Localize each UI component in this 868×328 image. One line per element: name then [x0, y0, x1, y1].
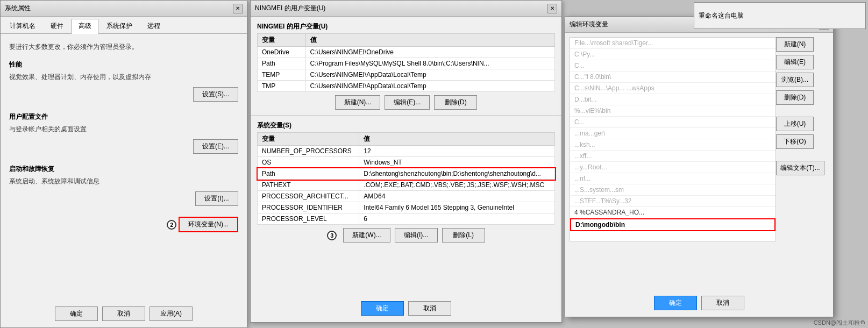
sys-props-title: 系统属性 [5, 4, 31, 13]
startup-recovery-title: 启动和故障恢复 [9, 165, 238, 174]
user-var-col-header: 变量 [258, 34, 306, 47]
sys-var-row[interactable]: PROCESSOR_IDENTIFIERIntel64 Family 6 Mod… [258, 202, 555, 213]
user-var-value: C:\Users\NINGMEI\AppData\Local\Temp [305, 69, 554, 81]
sys-var-row[interactable]: OSWindows_NT [258, 157, 555, 168]
edit-side-buttons: 新建(N) 编辑(E) 浏览(B)... 删除(D) 上移(U) 下移(O) 编… [776, 37, 824, 241]
edit-list-item[interactable]: ...STFF...T%\Sy...32 [570, 196, 775, 207]
startup-recovery-section: 启动和故障恢复 系统启动、系统故障和调试信息 设置(I)... [9, 165, 238, 206]
edit-list-item[interactable]: ...ksh... [570, 139, 775, 151]
sys-var-row[interactable]: PATHEXT.COM;.EXE;.BAT;.CMD;.VBS;.VBE;.JS… [258, 180, 555, 191]
env-close-button[interactable]: ✕ [547, 4, 557, 13]
env-bottom-buttons: 确定 取消 [251, 301, 561, 316]
edit-list-item[interactable]: ...S...system...sm [570, 184, 775, 196]
user-profile-settings-button[interactable]: 设置(E)... [193, 139, 238, 154]
sys-props-bottom-buttons: 确定 取消 应用(A) [1, 306, 247, 321]
sys-new-button[interactable]: 新建(W)... [343, 228, 390, 243]
sys-val-col-header: 值 [359, 133, 555, 146]
user-var-row[interactable]: OneDriveC:\Users\NINGMEI\OneDrive [258, 47, 555, 58]
performance-settings-button[interactable]: 设置(S)... [193, 87, 238, 102]
edit-edit-button[interactable]: 编辑(E) [776, 55, 814, 69]
user-val-col-header: 值 [305, 34, 554, 47]
tab-advanced[interactable]: 高级 [72, 19, 98, 34]
edit-list-item[interactable]: C...s\NIN...\App... ...wsApps [570, 83, 775, 94]
tab-computer-name[interactable]: 计算机名 [3, 19, 42, 33]
sys-var-name: Path [258, 168, 359, 180]
edit-env-window: 编辑环境变量 ✕ File...\rrosoft shared\Tiger...… [565, 16, 834, 317]
edit-list-item[interactable]: C... [570, 117, 775, 128]
edit-text-button[interactable]: 编辑文本(T)... [776, 161, 824, 175]
sys-props-content: 要进行大多数更改，你必须作为管理员登录。 性能 视觉效果、处理器计划、内存使用，… [1, 34, 247, 241]
sys-edit-button[interactable]: 编辑(I)... [395, 228, 438, 243]
env-edit-list[interactable]: File...\rrosoft shared\Tiger...C:\Py...C… [570, 37, 776, 241]
edit-move-down-button[interactable]: 下移(O) [776, 134, 814, 149]
tab-hardware[interactable]: 硬件 [44, 19, 70, 33]
sys-vars-table: 变量 值 NUMBER_OF_PROCESSORS12OSWindows_NTP… [257, 132, 555, 225]
cancel-button[interactable]: 取消 [102, 306, 145, 321]
edit-list-item[interactable]: D...bit... [570, 94, 775, 105]
sys-var-value: Intel64 Family 6 Model 165 Stepping 3, G… [359, 202, 555, 213]
edit-env-cancel-button[interactable]: 取消 [701, 296, 744, 310]
env-vars-title: NINGMEI 的用户变量(U) [255, 4, 325, 13]
sys-var-row[interactable]: NUMBER_OF_PROCESSORS12 [258, 146, 555, 157]
edit-env-title: 编辑环境变量 [570, 20, 608, 29]
sys-props-titlebar: 系统属性 ✕ [1, 1, 247, 17]
sys-var-row[interactable]: PathD:\shentong\shenzhoutong\bin;D:\shen… [258, 168, 555, 180]
edit-list-item[interactable]: C... [570, 60, 775, 72]
edit-list-item[interactable]: C:\Py... [570, 49, 775, 60]
user-profile-title: 用户配置文件 [9, 112, 238, 122]
sys-var-value: D:\shentong\shenzhoutong\bin;D:\shentong… [359, 168, 555, 180]
edit-list-item[interactable]: C..."l 8.0\bin\ [570, 72, 775, 83]
performance-section: 性能 视觉效果、处理器计划、内存使用，以及虚拟内存 设置(S)... [9, 60, 238, 102]
user-var-name: OneDrive [258, 47, 306, 58]
confirm-button[interactable]: 确定 [55, 306, 98, 321]
user-var-row[interactable]: PathC:\Program Files\MySQL\MySQL Shell 8… [258, 58, 555, 69]
user-var-name: TEMP [258, 69, 306, 81]
user-var-row[interactable]: TEMPC:\Users\NINGMEI\AppData\Local\Temp [258, 69, 555, 81]
user-vars-buttons: 新建(N)... 编辑(E)... 删除(D) [257, 95, 555, 110]
user-profile-desc: 与登录帐户相关的桌面设置 [9, 125, 238, 134]
sys-var-value: Windows_NT [359, 157, 555, 168]
env-vars-button[interactable]: 环境变量(N)... [179, 217, 238, 232]
step-2-label: 2 [167, 220, 176, 230]
edit-list-item[interactable]: ...xff... [570, 151, 775, 162]
user-profile-section: 用户配置文件 与登录帐户相关的桌面设置 设置(E)... [9, 112, 238, 154]
user-var-name: Path [258, 58, 306, 69]
apply-button[interactable]: 应用(A) [150, 306, 193, 321]
edit-list-item[interactable]: D:\mongodb\bin [570, 218, 775, 231]
window-controls: ✕ [233, 4, 243, 13]
performance-title: 性能 [9, 60, 238, 69]
tab-system-protection[interactable]: 系统保护 [99, 19, 139, 33]
edit-list-item[interactable]: ...y...Root... [570, 162, 775, 173]
sys-vars-title: 系统变量(S) [257, 121, 555, 130]
rename-window-title: 重命名这台电脑 [699, 11, 744, 20]
edit-env-confirm-button[interactable]: 确定 [654, 296, 697, 310]
edit-list-item[interactable]: ...ma...ger\ [570, 128, 775, 139]
tabs-bar: 计算机名 硬件 高级 系统保护 远程 [1, 17, 247, 34]
edit-new-button[interactable]: 新建(N) [776, 37, 814, 52]
sys-var-row[interactable]: PROCESSOR_LEVEL6 [258, 213, 555, 225]
edit-list-item[interactable]: ...nf... [570, 173, 775, 184]
sys-var-value: .COM;.EXE;.BAT;.CMD;.VBS;.VBE;.JS;.JSE;.… [359, 180, 555, 191]
env-confirm-button[interactable]: 确定 [361, 301, 404, 316]
sys-var-name: PROCESSOR_LEVEL [258, 213, 359, 225]
env-cancel-button[interactable]: 取消 [408, 301, 451, 316]
user-delete-button[interactable]: 删除(D) [434, 95, 477, 110]
edit-browse-button[interactable]: 浏览(B)... [776, 73, 814, 87]
user-var-name: TMP [258, 81, 306, 92]
edit-list-item[interactable]: %...viE%\bin [570, 105, 775, 117]
user-edit-button[interactable]: 编辑(E)... [385, 95, 430, 110]
edit-list-item[interactable]: File...\rrosoft shared\Tiger... [570, 38, 775, 49]
edit-list-item[interactable]: 4 %CASSANDRA_HO... [570, 207, 775, 218]
user-vars-table: 变量 值 OneDriveC:\Users\NINGMEI\OneDrivePa… [257, 33, 555, 92]
user-new-button[interactable]: 新建(N)... [335, 95, 381, 110]
user-var-row[interactable]: TMPC:\Users\NINGMEI\AppData\Local\Temp [258, 81, 555, 92]
close-button[interactable]: ✕ [233, 4, 243, 13]
env-vars-titlebar: NINGMEI 的用户变量(U) ✕ [251, 1, 561, 17]
edit-delete-button[interactable]: 删除(D) [776, 90, 814, 105]
startup-recovery-settings-button[interactable]: 设置(I)... [195, 191, 238, 206]
edit-move-up-button[interactable]: 上移(U) [776, 117, 814, 131]
sys-var-row[interactable]: PROCESSOR_ARCHITECT...AMD64 [258, 191, 555, 202]
sys-delete-button[interactable]: 删除(L) [442, 228, 485, 243]
sys-vars-section: 系统变量(S) 变量 值 NUMBER_OF_PROCESSORS12OSWin… [257, 121, 555, 243]
tab-remote[interactable]: 远程 [140, 19, 167, 33]
